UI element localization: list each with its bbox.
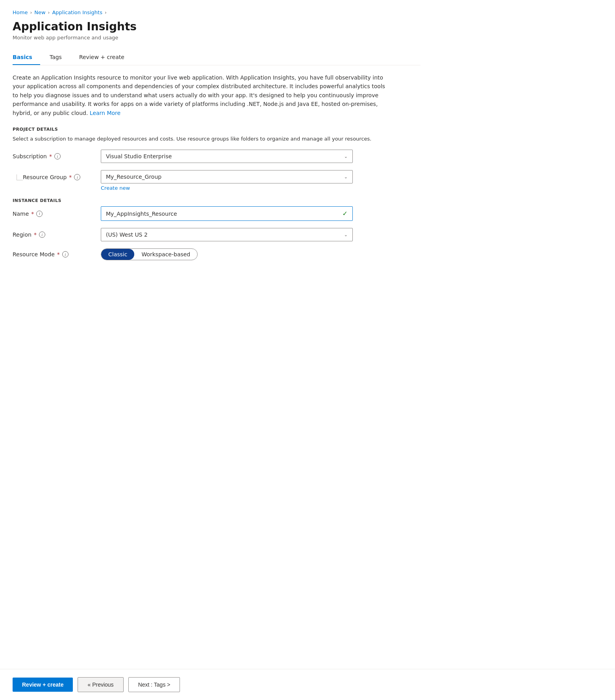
name-value: My_AppInsights_Resource	[106, 211, 177, 217]
subscription-info-icon[interactable]: i	[54, 153, 61, 159]
region-select[interactable]: (US) West US 2 ⌄	[101, 228, 353, 241]
description-text: Create an Application Insights resource …	[13, 73, 391, 117]
review-create-button[interactable]: Review + create	[13, 678, 73, 692]
subscription-required: *	[49, 153, 52, 159]
breadcrumb-current: Application Insights	[52, 9, 102, 15]
page-subtitle: Monitor web app performance and usage	[13, 35, 420, 41]
resource-group-value: My_Resource_Group	[106, 174, 161, 180]
resource-mode-label: Resource Mode	[13, 251, 55, 257]
page-title: Application Insights	[13, 20, 420, 33]
breadcrumb: Home › New › Application Insights ›	[13, 9, 420, 15]
region-value: (US) West US 2	[106, 231, 148, 238]
learn-more-link[interactable]: Learn More	[90, 110, 120, 116]
name-row: Name * i My_AppInsights_Resource ✓	[13, 206, 420, 221]
subscription-label: Subscription	[13, 153, 47, 159]
name-input[interactable]: My_AppInsights_Resource ✓	[101, 206, 353, 221]
resource-group-row: Resource Group * i My_Resource_Group ⌄ C…	[13, 170, 420, 191]
resource-mode-info-icon[interactable]: i	[62, 251, 69, 257]
mode-classic[interactable]: Classic	[101, 249, 134, 260]
next-button[interactable]: Next : Tags >	[128, 677, 180, 692]
tabs-bar: Basics Tags Review + create	[13, 50, 420, 65]
resource-mode-toggle: Classic Workspace-based	[101, 248, 198, 260]
region-chevron-icon: ⌄	[344, 232, 348, 237]
region-required: *	[34, 231, 37, 238]
region-info-icon[interactable]: i	[39, 231, 45, 238]
subscription-row: Subscription * i Visual Studio Enterpris…	[13, 150, 420, 163]
breadcrumb-sep2: ›	[48, 10, 50, 15]
name-label: Name	[13, 211, 29, 217]
tab-basics[interactable]: Basics	[13, 50, 40, 65]
breadcrumb-sep3: ›	[105, 10, 107, 15]
region-label: Region	[13, 231, 31, 238]
subscription-select[interactable]: Visual Studio Enterprise ⌄	[101, 150, 353, 163]
resource-group-select[interactable]: My_Resource_Group ⌄	[101, 170, 353, 183]
create-new-link[interactable]: Create new	[101, 185, 353, 191]
resource-mode-required: *	[57, 251, 60, 257]
tab-tags[interactable]: Tags	[50, 50, 70, 65]
resource-group-chevron-icon: ⌄	[344, 174, 348, 180]
region-row: Region * i (US) West US 2 ⌄	[13, 228, 420, 241]
subscription-value: Visual Studio Enterprise	[106, 153, 172, 159]
project-details-desc: Select a subscription to manage deployed…	[13, 135, 420, 143]
footer-bar: Review + create « Previous Next : Tags >	[0, 669, 615, 700]
instance-details-header: INSTANCE DETAILS	[13, 198, 420, 203]
resource-group-info-icon[interactable]: i	[74, 174, 80, 180]
breadcrumb-sep1: ›	[30, 10, 32, 15]
previous-button[interactable]: « Previous	[78, 677, 123, 692]
resource-group-label: Resource Group	[23, 174, 67, 180]
mode-workspace-based[interactable]: Workspace-based	[134, 249, 197, 260]
project-details-header: PROJECT DETAILS	[13, 127, 420, 132]
breadcrumb-new[interactable]: New	[34, 9, 45, 15]
name-valid-icon: ✓	[343, 210, 348, 217]
breadcrumb-home[interactable]: Home	[13, 9, 28, 15]
subscription-chevron-icon: ⌄	[344, 154, 348, 159]
resource-group-required: *	[69, 174, 72, 180]
name-info-icon[interactable]: i	[36, 211, 43, 217]
name-required: *	[31, 211, 34, 217]
tab-review-create[interactable]: Review + create	[79, 50, 132, 65]
resource-mode-row: Resource Mode * i Classic Workspace-base…	[13, 248, 420, 260]
